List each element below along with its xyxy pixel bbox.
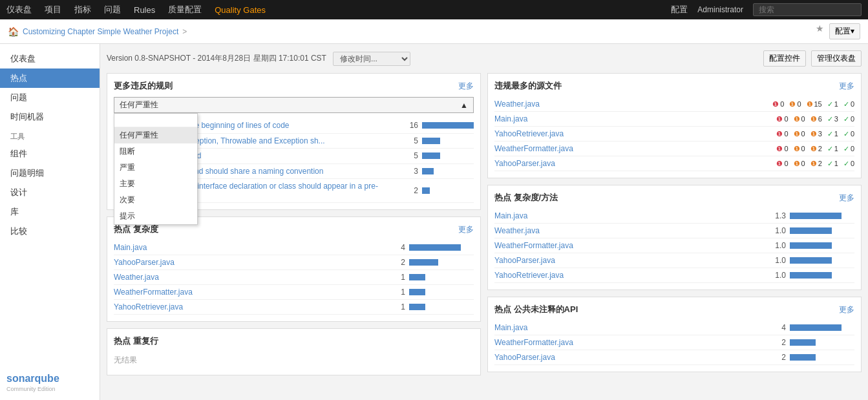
src-link-1[interactable]: Main.java [494, 114, 776, 123]
src-metrics-2: ❶0 ❶0 ❶3 ✓1 ✓0 [776, 130, 854, 138]
admin-button[interactable]: Administrator [697, 5, 743, 14]
cplx-link-0[interactable]: Main.java [114, 243, 386, 252]
nav-issues[interactable]: 问题 [104, 4, 121, 16]
src-link-3[interactable]: WeatherFormatter.java [494, 144, 776, 153]
cplx-link-4[interactable]: YahooRetriever.java [114, 302, 386, 311]
widget-complexity-more[interactable]: 更多 [458, 224, 474, 235]
rules-count-4: 2 [402, 186, 418, 195]
cplx-row-3: WeatherFormatter.java 1 [114, 285, 474, 300]
cplx-link-3[interactable]: WeatherFormatter.java [114, 288, 386, 297]
home-icon[interactable]: 🏠 [8, 26, 19, 37]
cplx-method-link-1[interactable]: Weather.java [494, 226, 767, 235]
sidebar-item-dashboard[interactable]: 仪表盘 [0, 49, 100, 68]
metric-4-4: ✓0 [843, 160, 854, 168]
cplx-val-3: 1 [386, 288, 405, 297]
api-val-1: 2 [773, 338, 786, 347]
cplx-method-link-2[interactable]: WeatherFormatter.java [494, 241, 767, 250]
manage-dashboard-button[interactable]: 管理仪表盘 [811, 50, 862, 67]
cplx-method-link-3[interactable]: YahooParser.java [494, 256, 767, 265]
configure-widgets-button[interactable]: 配置控件 [763, 50, 806, 67]
widget-duplicate: 热点 重复行 无结果 [107, 328, 481, 375]
api-link-2[interactable]: YahooParser.java [494, 353, 773, 362]
metric-3-1: ❶0 [794, 145, 805, 153]
metric-4-3: ✓1 [827, 160, 838, 168]
sidebar-item-design[interactable]: 设计 [0, 183, 100, 202]
nav-config[interactable]: 配置 [671, 4, 688, 16]
api-link-1[interactable]: WeatherFormatter.java [494, 338, 773, 347]
src-link-2[interactable]: YahooRetriever.java [494, 129, 776, 138]
sidebar-item-hotspots[interactable]: 热点 [0, 68, 100, 88]
sidebar-item-compare[interactable]: 比较 [0, 222, 100, 241]
cplx-link-2[interactable]: Weather.java [114, 273, 386, 282]
src-link-4[interactable]: YahooParser.java [494, 159, 776, 168]
search-input[interactable] [753, 3, 862, 16]
sidebar-item-timemachine[interactable]: 时间机器 [0, 107, 100, 127]
cplx-method-bar-4 [790, 272, 854, 279]
dropdown-item-critical[interactable]: 严重 [114, 160, 197, 176]
cplx-method-link-4[interactable]: YahooRetriever.java [494, 271, 767, 280]
widget-rules-header: 更多违反的规则 更多 [114, 80, 474, 92]
api-link-0[interactable]: Main.java [494, 323, 773, 332]
widget-duplicate-header: 热点 重复行 [114, 335, 474, 347]
cplx-val-0: 4 [386, 243, 405, 252]
metric-0-0: ❶0 [772, 100, 784, 109]
widget-complexity: 热点 复杂度 更多 Main.java 4 YahooParser.java 2 [107, 216, 481, 322]
rules-bar-1 [422, 138, 474, 144]
widget-cplx-method-more[interactable]: 更多 [839, 193, 854, 204]
sidebar-item-issue-detail[interactable]: 问题明细 [0, 163, 100, 183]
cplx-method-row-0: Main.java 1.3 [494, 209, 854, 224]
metric-2-4: ✓0 [843, 130, 854, 138]
api-val-2: 2 [773, 353, 786, 362]
widget-source-more[interactable]: 更多 [839, 81, 854, 92]
config-button[interactable]: 配置▾ [829, 23, 860, 39]
nav-quality-profiles[interactable]: 质量配置 [168, 4, 202, 16]
nav-dashboard[interactable]: 仪表盘 [6, 4, 32, 16]
sidebar-item-components[interactable]: 组件 [0, 144, 100, 163]
widget-rules-more[interactable]: 更多 [458, 81, 474, 92]
cplx-link-1[interactable]: YahooParser.java [114, 258, 386, 267]
metric-0-2: ❶15 [807, 100, 822, 109]
src-link-0[interactable]: Weather.java [494, 100, 772, 109]
version-select[interactable]: 修改时间... [333, 52, 410, 66]
metric-1-3: ✓3 [827, 115, 838, 123]
breadcrumb-project[interactable]: Customizing Chapter Simple Weather Proje… [23, 27, 178, 36]
cplx-val-1: 2 [386, 258, 405, 267]
metric-4-1: ❶0 [794, 160, 805, 168]
severity-search-input[interactable] [114, 114, 197, 127]
nav-projects[interactable]: 项目 [45, 4, 61, 16]
severity-dropdown-arrow: ▲ [460, 101, 468, 110]
cplx-bar-3 [409, 289, 474, 295]
nav-metrics[interactable]: 指标 [74, 4, 91, 16]
dropdown-item-info[interactable]: 提示 [114, 208, 197, 224]
metric-2-0: ❶0 [776, 130, 788, 138]
nav-quality-gates[interactable]: Quality Gates [215, 5, 266, 15]
rules-count-0: 16 [402, 121, 418, 130]
widget-api-more[interactable]: 更多 [839, 304, 854, 315]
widget-complexity-method: 热点 复杂度/方法 更多 Main.java 1.3 Weather.java … [487, 185, 862, 290]
star-icon[interactable]: ★ [816, 23, 824, 39]
widget-source-title: 违规最多的源文件 [494, 80, 562, 92]
sidebar-item-library[interactable]: 库 [0, 202, 100, 222]
widget-source-header: 违规最多的源文件 更多 [494, 80, 854, 92]
dropdown-item-major[interactable]: 主要 [114, 176, 197, 192]
rules-bar-0 [422, 122, 474, 129]
top-navigation: 仪表盘 项目 指标 问题 Rules 质量配置 Quality Gates 配置… [0, 0, 868, 19]
cplx-method-link-0[interactable]: Main.java [494, 211, 767, 220]
cplx-row-0: Main.java 4 [114, 240, 474, 255]
severity-select-trigger[interactable]: 任何严重性 ▲ [114, 97, 474, 113]
metric-0-3: ✓1 [827, 100, 838, 109]
dropdown-item-minor[interactable]: 次要 [114, 192, 197, 208]
cplx-method-row-1: Weather.java 1.0 [494, 224, 854, 238]
dropdown-item-any[interactable]: 任何严重性 [114, 127, 197, 143]
left-column: 更多违反的规则 更多 任何严重性 ▲ 任何严重性 阻断 [107, 73, 481, 375]
metric-3-3: ✓1 [827, 145, 838, 153]
metric-2-3: ✓1 [827, 130, 838, 138]
widget-source-files: 违规最多的源文件 更多 Weather.java ❶0 ❶0 ❶15 ✓1 ✓0 [487, 73, 862, 178]
metric-3-4: ✓0 [843, 145, 854, 153]
cplx-row-2: Weather.java 1 [114, 270, 474, 285]
sidebar-item-issues[interactable]: 问题 [0, 88, 100, 107]
dropdown-item-blocker[interactable]: 阻断 [114, 143, 197, 160]
src-metrics-3: ❶0 ❶0 ❶2 ✓1 ✓0 [776, 145, 854, 153]
severity-select-container: 任何严重性 ▲ 任何严重性 阻断 严重 主要 次要 提示 [114, 97, 474, 113]
nav-rules[interactable]: Rules [134, 5, 155, 15]
